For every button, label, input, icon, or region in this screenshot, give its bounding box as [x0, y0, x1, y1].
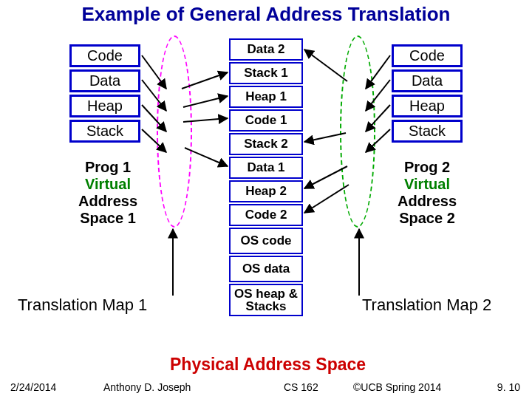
translation-map-2-label: Translation Map 2: [362, 296, 491, 315]
prog2-segment-stack: Code Data Heap Stack: [392, 44, 463, 143]
prog1-seg-data: Data: [69, 69, 140, 92]
phys-seg-stack2: Stack 2: [229, 133, 303, 155]
prog2-caption-space: Space 2: [390, 210, 464, 227]
prog2-caption: Prog 2 Virtual Address Space 2: [390, 159, 464, 227]
translation-map-1-label: Translation Map 1: [18, 296, 147, 315]
prog2-seg-heap: Heap: [392, 95, 463, 117]
footer-course: CS 162: [284, 381, 318, 393]
prog1-caption-space: Space 1: [71, 210, 145, 227]
prog1-seg-heap: Heap: [69, 95, 140, 117]
footer-date: 2/24/2014: [10, 381, 56, 393]
phys-seg-heap2: Heap 2: [229, 180, 303, 202]
phys-seg-osdata: OS data: [229, 256, 303, 282]
prog2-seg-stack: Stack: [392, 120, 463, 143]
prog2-seg-data: Data: [392, 69, 463, 92]
phys-seg-osheap: OS heap & Stacks: [229, 284, 303, 316]
prog2-caption-virtual: Virtual: [390, 176, 464, 193]
prog2-caption-addr: Address: [390, 193, 464, 210]
svg-line-15: [304, 185, 349, 213]
prog1-caption-virtual: Virtual: [71, 176, 145, 193]
prog2-seg-code: Code: [392, 44, 463, 67]
slide-title: Example of General Address Translation: [0, 3, 532, 26]
footer-slide-num: 9. 10: [497, 381, 520, 393]
tmap2-ellipse: [340, 35, 375, 228]
prog1-caption-prog: Prog 1: [71, 159, 145, 176]
prog2-caption-prog: Prog 2: [390, 159, 464, 176]
phys-seg-heap1: Heap 1: [229, 86, 303, 108]
physical-address-space-label: Physical Address Space: [170, 355, 366, 375]
footer-author: Anthony D. Joseph: [103, 381, 191, 393]
phys-seg-data2: Data 2: [229, 38, 303, 61]
prog1-seg-stack: Stack: [69, 120, 140, 143]
prog1-seg-code: Code: [69, 44, 140, 67]
physical-memory-stack: Data 2 Stack 1 Heap 1 Code 1 Stack 2 Dat…: [229, 38, 303, 316]
svg-line-12: [304, 50, 347, 81]
prog1-caption-addr: Address: [71, 193, 145, 210]
phys-seg-stack1: Stack 1: [229, 62, 303, 84]
phys-seg-code1: Code 1: [229, 109, 303, 132]
tmap1-ellipse: [157, 35, 192, 228]
phys-seg-data1: Data 1: [229, 157, 303, 179]
prog1-caption: Prog 1 Virtual Address Space 1: [71, 159, 145, 227]
footer-copyright: ©UCB Spring 2014: [353, 381, 441, 393]
phys-seg-oscode: OS code: [229, 228, 303, 254]
prog1-segment-stack: Code Data Heap Stack: [69, 44, 140, 143]
phys-seg-code2: Code 2: [229, 204, 303, 226]
